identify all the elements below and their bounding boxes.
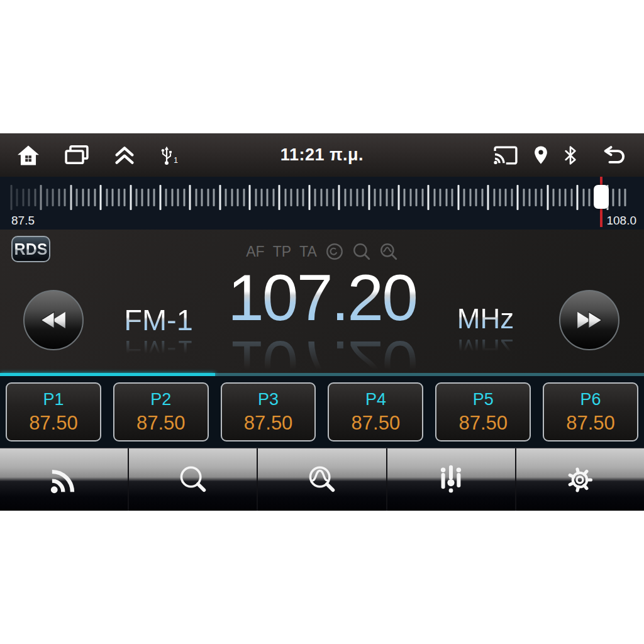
tp-indicator: TP — [273, 243, 291, 260]
indicator-row: AF TP TA — [0, 242, 644, 261]
ta-indicator: TA — [299, 243, 317, 260]
seek-indicator-icon — [352, 242, 371, 261]
broadcast-icon — [47, 463, 81, 497]
preset-button-6[interactable]: P6 87.50 — [543, 382, 638, 441]
tuner-panel: RDS AF TP TA — [0, 230, 644, 373]
frequency-unit: MHz — [435, 305, 536, 333]
bluetooth-icon — [564, 145, 577, 165]
settings-button[interactable] — [516, 448, 644, 511]
preset-button-2[interactable]: P2 87.50 — [113, 382, 209, 441]
preset-label: P3 — [258, 391, 279, 408]
bottom-toolbar — [0, 448, 644, 511]
scan-indicator-icon — [379, 242, 398, 261]
preset-row: P1 87.50 P2 87.50 P3 87.50 P4 87.50 P5 8… — [0, 376, 644, 448]
back-icon[interactable] — [602, 145, 628, 165]
location-icon — [533, 145, 548, 165]
seek-button[interactable] — [129, 448, 258, 511]
frequency-display: 107.20 — [0, 265, 644, 330]
gear-icon — [563, 463, 597, 497]
preset-frequency: 87.50 — [458, 413, 508, 433]
af-indicator: AF — [246, 243, 264, 260]
tuning-indicator[interactable] — [600, 177, 602, 227]
frequency-ruler[interactable]: 87.5 108.0 — [0, 177, 644, 230]
preset-label: P1 — [43, 391, 64, 408]
preset-frequency: 87.50 — [136, 413, 186, 433]
preset-frequency: 87.50 — [566, 413, 615, 433]
preset-label: P6 — [580, 391, 601, 408]
equalizer-button[interactable] — [387, 448, 516, 511]
band-max-label: 108.0 — [606, 214, 636, 228]
status-bar: 1 11:21 π.μ. — [0, 133, 644, 177]
equalizer-icon — [434, 463, 468, 497]
head-unit-screen: 1 11:21 π.μ. — [0, 133, 644, 511]
preset-frequency: 87.50 — [29, 413, 78, 433]
scan-icon — [305, 463, 339, 497]
band-min-label: 87.5 — [11, 214, 35, 228]
frequency-unit-reflection: MHz — [435, 335, 536, 363]
circle-c-icon — [325, 242, 344, 261]
scan-button[interactable] — [258, 448, 387, 511]
preset-button-3[interactable]: P3 87.50 — [221, 382, 316, 441]
preset-label: P5 — [473, 391, 494, 408]
preset-frequency: 87.50 — [244, 413, 293, 433]
radio-band-button[interactable] — [0, 448, 129, 511]
preset-button-4[interactable]: P4 87.50 — [328, 382, 423, 441]
preset-button-1[interactable]: P1 87.50 — [6, 382, 101, 441]
seek-up-button[interactable] — [559, 290, 619, 350]
preset-frequency: 87.50 — [352, 413, 401, 433]
preset-label: P2 — [150, 391, 171, 408]
ruler-ticks — [11, 177, 625, 230]
tuning-knob[interactable] — [594, 185, 609, 209]
fast-forward-icon — [575, 309, 604, 331]
preset-label: P4 — [365, 391, 386, 408]
cast-icon — [493, 145, 518, 165]
search-icon — [176, 463, 210, 497]
preset-button-5[interactable]: P5 87.50 — [435, 382, 531, 441]
